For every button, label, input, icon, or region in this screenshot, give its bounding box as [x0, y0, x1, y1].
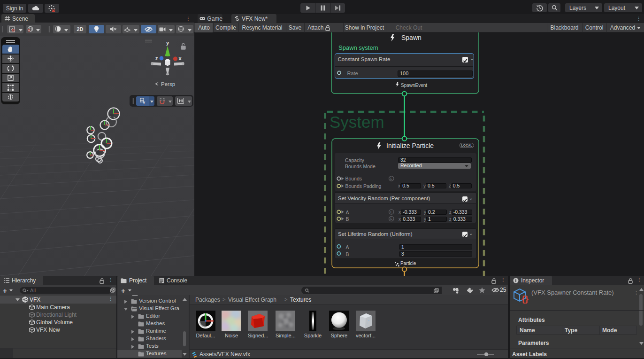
svg-text:Y: Y — [143, 101, 146, 104]
svg-text:y: y — [166, 40, 169, 46]
svg-text:x: x — [179, 55, 182, 61]
svg-text:Persp: Persp — [161, 81, 175, 87]
svg-text:z: z — [155, 55, 158, 61]
svg-text:System: System — [330, 113, 384, 131]
